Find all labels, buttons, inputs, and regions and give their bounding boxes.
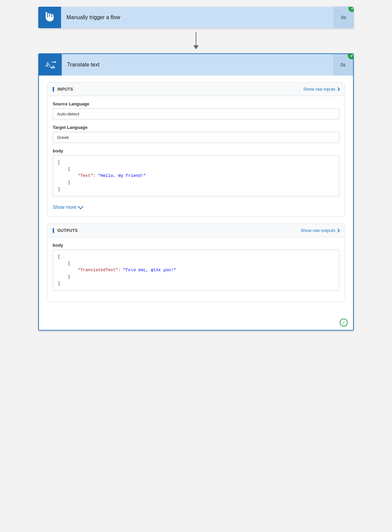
body-input-field: body [ { "Text": "Hello, my friend!" } ]: [53, 148, 339, 196]
bracket1: [: [58, 160, 60, 165]
trigger-step-header: Manually trigger a flow 0s: [38, 7, 354, 28]
trigger-icon: [38, 7, 61, 28]
translated-text-key: "TranslatedText": [78, 268, 118, 273]
connector-line: [196, 32, 196, 46]
svg-rect-2: [50, 13, 51, 18]
source-language-field: Source Language Auto-detect: [53, 101, 339, 119]
out-bracket4: ]: [58, 281, 60, 286]
show-raw-outputs-chevron-icon: [336, 229, 340, 232]
show-raw-inputs-text: Show raw inputs: [303, 87, 335, 92]
hand-svg-icon: [44, 11, 56, 23]
show-raw-inputs-chevron-icon: [336, 87, 340, 91]
translate-step-title: Translate text: [62, 62, 333, 68]
body-input-label: body: [53, 148, 339, 153]
bracket4: ]: [58, 187, 60, 192]
inputs-label: INPUTS: [53, 87, 73, 92]
outputs-section-block: OUTPUTS Show raw outputs body [ { "Trans…: [47, 224, 345, 302]
source-language-label: Source Language: [53, 101, 339, 106]
body-input-code: [ { "Text": "Hello, my friend!" } ]: [53, 155, 339, 196]
source-language-value: Auto-detect: [53, 108, 339, 119]
text-value: "Hello, my friend!": [98, 174, 146, 178]
translate-expanded-content: INPUTS Show raw inputs Source Language A…: [39, 76, 353, 315]
out-bracket1: [: [58, 254, 60, 259]
text-key: "Text": [78, 174, 93, 178]
trigger-step-card: Manually trigger a flow 0s ✓: [38, 7, 354, 28]
body-output-label: body: [53, 243, 339, 248]
colon1: :: [93, 174, 98, 178]
show-raw-inputs-link[interactable]: Show raw inputs: [303, 87, 339, 92]
show-more-label: Show more: [53, 204, 77, 210]
target-language-field: Target Language Greek: [53, 125, 339, 143]
svg-text:A: A: [52, 64, 55, 70]
show-more-chevron-icon: [78, 204, 83, 209]
inputs-section-header: INPUTS Show raw inputs: [47, 83, 345, 96]
translate-svg-icon: あ A: [44, 58, 57, 71]
outputs-content: body [ { "TranslatedText": "Γεια σας, φί…: [47, 237, 345, 301]
translate-icon: あ A: [39, 54, 62, 76]
bracket3: }: [58, 180, 70, 185]
inputs-section-block: INPUTS Show raw inputs Source Language A…: [47, 82, 345, 217]
out-bracket3: }: [58, 275, 70, 279]
outputs-section-header: OUTPUTS Show raw outputs: [47, 224, 345, 237]
translated-text-value: "Γεια σας, φίλε μου!": [123, 268, 176, 273]
out-bracket2: {: [58, 261, 70, 266]
translate-step-card: あ A Translate text 0s INPUTS: [38, 53, 354, 331]
svg-text:あ: あ: [45, 61, 51, 67]
translate-success-check-icon: ✓: [350, 53, 354, 58]
translate-step-header[interactable]: あ A Translate text 0s: [39, 54, 353, 76]
step-connector: [193, 28, 199, 53]
outputs-label: OUTPUTS: [53, 228, 78, 233]
translate-check-icon: ✓: [342, 320, 345, 325]
target-language-value: Greek: [53, 132, 339, 143]
target-language-label: Target Language: [53, 125, 339, 130]
show-raw-outputs-text: Show raw outputs: [301, 228, 335, 233]
translate-success-outline-icon: ✓: [340, 319, 348, 327]
inputs-content: Source Language Auto-detect Target Langu…: [47, 96, 345, 216]
bracket2: {: [58, 167, 70, 172]
show-more-button[interactable]: Show more: [53, 202, 83, 211]
body-output-field: body [ { "TranslatedText": "Γεια σας, φί…: [53, 243, 339, 291]
flow-container: Manually trigger a flow 0s ✓ あ: [7, 7, 385, 331]
translate-bottom-status: ✓: [39, 315, 353, 330]
body-output-code: [ { "TranslatedText": "Γεια σας, φίλε μο…: [53, 250, 339, 291]
trigger-check-icon: ✓: [351, 7, 354, 11]
out-colon: :: [118, 268, 123, 273]
show-raw-outputs-link[interactable]: Show raw outputs: [301, 228, 339, 233]
trigger-step-title: Manually trigger a flow: [61, 14, 334, 20]
svg-marker-6: [55, 61, 56, 63]
connector-arrow: [193, 45, 199, 49]
